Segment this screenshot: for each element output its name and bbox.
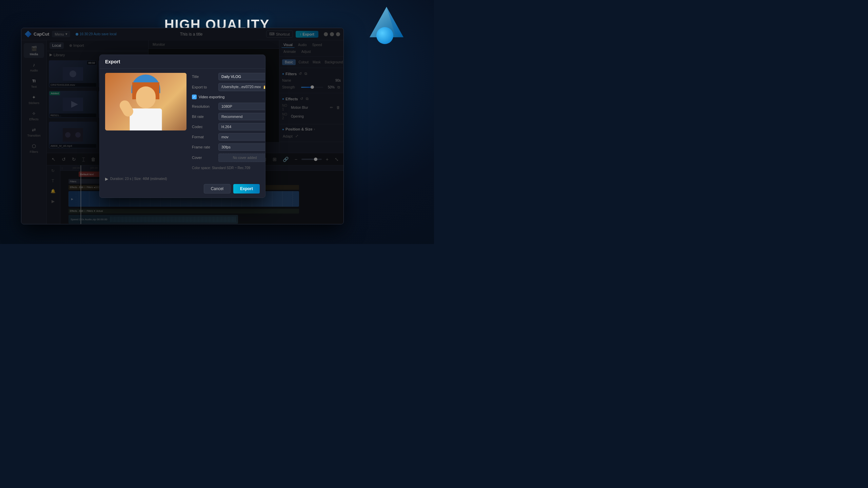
dialog-header: Export xyxy=(100,55,265,69)
dialog-actions: Cancel Export xyxy=(105,184,260,194)
cover-placeholder[interactable]: No cover added xyxy=(218,154,265,162)
dialog-footer: ▶ Duration: 23 s | Size: 46M (estimated)… xyxy=(100,174,265,198)
export-dialog: Export xyxy=(99,55,265,198)
editor-window: CapCut Menu ▾ 16:30:29 Auto save local T… xyxy=(21,28,344,224)
form-row-title: Title xyxy=(192,73,265,80)
form-row-cover: Cover No cover added xyxy=(192,154,265,162)
title-input[interactable] xyxy=(218,73,265,80)
export-path-text: /Users/byte...es/0720.mov xyxy=(221,85,261,89)
codec-select[interactable]: H.264 ▾ xyxy=(218,123,265,130)
form-row-format: Format mov ▾ xyxy=(192,133,265,141)
form-row-bitrate: Bit rate Recommend ▾ xyxy=(192,113,265,120)
resolution-select[interactable]: 1080P ▾ xyxy=(218,103,265,110)
video-exporting-label: Video exporting xyxy=(199,95,224,99)
bitrate-select[interactable]: Recommend ▾ xyxy=(218,113,265,120)
color-space-info: Color space: Standard SDR ~ Rec.709 xyxy=(192,166,265,170)
export-dialog-overlay: Export xyxy=(21,28,343,224)
cancel-button-dialog[interactable]: Cancel xyxy=(204,184,231,194)
form-row-export-to: Export to /Users/byte...es/0720.mov 📁 xyxy=(192,83,265,91)
info-icon: ▶ xyxy=(105,177,108,181)
preview-image xyxy=(105,73,186,130)
dialog-preview xyxy=(105,73,186,170)
framerate-select[interactable]: 30fps ▾ xyxy=(218,143,265,151)
export-button-dialog[interactable]: Export xyxy=(233,184,260,194)
face xyxy=(136,86,156,108)
format-select[interactable]: mov ▾ xyxy=(218,133,265,141)
dialog-form: Title Export to /Users/byte...es/0720.mo… xyxy=(192,73,265,170)
export-path-selector[interactable]: /Users/byte...es/0720.mov 📁 xyxy=(218,83,265,91)
bitrate-label: Bit rate xyxy=(192,115,216,119)
cover-label: Cover xyxy=(192,156,216,160)
dialog-info: ▶ Duration: 23 s | Size: 46M (estimated) xyxy=(105,177,260,181)
framerate-label: Frame rate xyxy=(192,145,216,149)
form-row-resolution: Resolution 1080P ▾ xyxy=(192,103,265,110)
resolution-label: Resolution xyxy=(192,104,216,108)
format-label: Format xyxy=(192,135,216,139)
codec-label: Codec xyxy=(192,125,216,129)
form-row-codec: Codec H.264 ▾ xyxy=(192,123,265,130)
dialog-body: Title Export to /Users/byte...es/0720.mo… xyxy=(100,69,265,174)
folder-icon: 📁 xyxy=(263,85,265,89)
title-label: Title xyxy=(192,75,216,79)
dialog-info-text: Duration: 23 s | Size: 46M (estimated) xyxy=(110,177,167,181)
form-row-framerate: Frame rate 30fps ▾ xyxy=(192,143,265,151)
body xyxy=(130,108,162,130)
video-exporting-checkbox[interactable]: ✓ xyxy=(192,95,197,99)
video-exporting-row: ✓ Video exporting xyxy=(192,94,265,100)
export-to-label: Export to xyxy=(192,85,216,89)
